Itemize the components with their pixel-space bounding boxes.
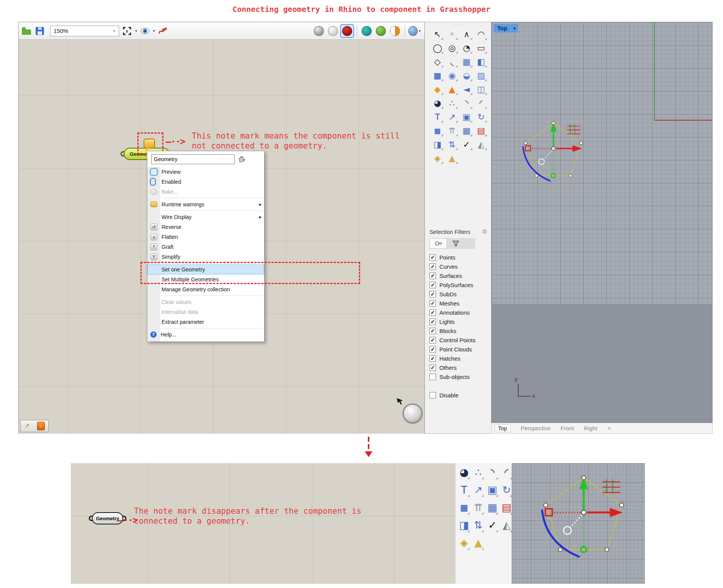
menu-item-reverse[interactable]: ↺Reverse — [147, 222, 264, 232]
solid-tools-icon[interactable]: ◼ — [430, 124, 445, 138]
canvas-flag-icon[interactable]: ↑ — [37, 422, 45, 430]
fillet-curve-icon[interactable]: ◟ — [445, 55, 459, 69]
menu-item-preview[interactable]: Preview — [147, 167, 264, 177]
primitives-icon[interactable]: ◭ — [474, 138, 488, 152]
checkbox-meshes[interactable]: ✓ — [429, 300, 436, 307]
check-icon[interactable]: ✓ — [485, 516, 499, 534]
grasshopper-canvas-bottom[interactable]: Geometry –··> The note mark disappears a… — [71, 463, 455, 584]
orient-icon[interactable]: ⇅ — [445, 138, 459, 152]
preview-mode-button[interactable] — [140, 26, 150, 36]
component-name-input[interactable] — [151, 154, 235, 164]
box-icon[interactable]: ■ — [430, 69, 445, 83]
copy-icon[interactable]: ▣ — [485, 481, 499, 498]
gumball-hand-icon[interactable]: ◈ — [430, 152, 445, 165]
ghosted-view-icon[interactable] — [327, 25, 339, 37]
checkbox-surfaces[interactable]: ✓ — [429, 273, 436, 279]
green-display-icon[interactable] — [375, 25, 387, 37]
arc-icon[interactable]: ◔ — [459, 41, 474, 55]
menu-item-manage-geometry-collection[interactable]: Manage Geometry collection — [147, 284, 264, 294]
tab-gumball-filter[interactable] — [429, 238, 447, 249]
curve-icon[interactable]: ◠ — [474, 28, 488, 41]
teal-display-icon[interactable] — [361, 25, 373, 37]
fold-surface-icon[interactable]: ◨ — [457, 516, 471, 534]
checkbox-subds[interactable]: ✓ — [429, 291, 436, 297]
checkbox-lights[interactable]: ✓ — [429, 318, 436, 325]
rhino-viewport-bottom[interactable] — [512, 463, 645, 584]
puzzle-icon[interactable]: ◆ — [430, 83, 445, 96]
split-icon[interactable]: ◫ — [474, 83, 488, 96]
ellipse-icon[interactable]: ◎ — [445, 41, 459, 55]
checkbox-hatches[interactable]: ✓ — [429, 355, 436, 362]
curved-surface-icon[interactable]: ◧ — [474, 55, 488, 69]
copy-icon[interactable]: ▣ — [459, 110, 474, 124]
grasshopper-canvas[interactable]: Geometry –··> This note mark means the c… — [19, 40, 424, 434]
vector-widget-icon[interactable]: ↗ — [24, 422, 29, 430]
menu-item-runtime-warnings[interactable]: Runtime warnings▶ — [147, 199, 264, 209]
menu-item-simplify[interactable]: YSimplify — [147, 252, 264, 262]
menu-item-help[interactable]: ?Help... — [147, 330, 264, 340]
surface-cp-icon[interactable]: ▦ — [459, 55, 474, 69]
checkbox-curves[interactable]: ✓ — [429, 263, 436, 270]
menu-item-graft[interactable]: ↑Graft — [147, 242, 264, 252]
boolean-icon[interactable]: ◕ — [457, 463, 471, 481]
boolean-icon[interactable]: ◕ — [430, 96, 445, 110]
polyline-icon[interactable]: ∧ — [459, 28, 474, 41]
checkbox-control-points[interactable]: ✓ — [429, 337, 436, 343]
viewport-title[interactable]: Top ▼ — [494, 24, 518, 33]
menu-item-flatten[interactable]: ↓Flatten — [147, 232, 264, 242]
shaded-view-icon[interactable] — [313, 25, 325, 37]
rectangle-icon[interactable]: ▭ — [474, 41, 488, 55]
selected-pentagon-geometry[interactable] — [509, 114, 598, 195]
grid-array-icon[interactable]: ▦ — [485, 498, 499, 516]
checkbox-annotations[interactable]: ✓ — [429, 309, 436, 316]
viewport-tab-right[interactable]: Right — [584, 425, 597, 431]
circle-icon[interactable]: ◯ — [430, 41, 445, 55]
chevron-down-icon[interactable]: ▾ — [135, 29, 137, 33]
viewport-title-label[interactable]: Top — [494, 24, 511, 33]
move-icon[interactable]: ↗ — [445, 110, 459, 124]
fillet-icon[interactable]: ◝ — [485, 463, 499, 481]
trim-icon[interactable]: ◄ — [459, 83, 474, 96]
zoom-level-select[interactable]: 150% ∨ — [50, 26, 119, 36]
gumball-hand-icon[interactable]: ◈ — [457, 534, 471, 551]
checkbox-polysurfaces[interactable]: ✓ — [429, 282, 436, 288]
rotate-icon[interactable]: ↻ — [474, 110, 488, 124]
fold-surface-icon[interactable]: ◨ — [430, 138, 445, 152]
canvas-compass-widget[interactable] — [403, 403, 423, 423]
solid-tools-icon[interactable]: ◼ — [457, 498, 471, 516]
checkbox-others[interactable]: ✓ — [429, 364, 436, 371]
selected-pentagon-geometry[interactable] — [522, 466, 645, 576]
half-shade-icon[interactable] — [389, 25, 401, 37]
chevron-down-icon[interactable]: ▾ — [153, 29, 155, 33]
checkbox-blocks[interactable]: ✓ — [429, 328, 436, 334]
patch-icon[interactable]: ▨ — [474, 69, 488, 83]
checkbox-sub-objects[interactable] — [429, 374, 436, 380]
array-icon[interactable]: ⇈ — [471, 498, 485, 516]
explode-icon[interactable]: ▲ — [445, 83, 459, 96]
viewport-tab-front[interactable]: Front — [561, 425, 574, 431]
rhino-viewport-top[interactable]: Top ▼ y x — [491, 22, 713, 423]
check-icon[interactable]: ✓ — [459, 138, 474, 152]
text-icon[interactable]: T — [457, 481, 471, 498]
viewport-tab-perspective[interactable]: Perspective — [521, 425, 550, 431]
move-icon[interactable]: ↗ — [471, 481, 485, 498]
checkbox-point-clouds[interactable]: ✓ — [429, 346, 436, 353]
scale-1d-icon[interactable]: ▤ — [474, 124, 488, 138]
zoom-extents-button[interactable]: x — [122, 26, 132, 36]
text-icon[interactable]: T — [430, 110, 445, 124]
revolve-icon[interactable]: ◒ — [459, 69, 474, 83]
save-file-button[interactable] — [34, 26, 45, 36]
open-file-button[interactable] — [21, 26, 32, 36]
chevron-down-icon[interactable]: ▾ — [419, 29, 421, 33]
sketch-tool-button[interactable] — [158, 26, 168, 36]
new-viewport-button[interactable]: + — [607, 425, 611, 432]
grid-array-icon[interactable]: ▦ — [459, 124, 474, 138]
paint-bucket-icon[interactable] — [238, 155, 246, 163]
array-icon[interactable]: ⇈ — [445, 124, 459, 138]
menu-item-enabled[interactable]: Enabled — [147, 177, 264, 187]
chevron-down-icon[interactable]: ▼ — [511, 24, 518, 33]
point-set-icon[interactable]: ∴ — [445, 96, 459, 110]
rendered-view-icon[interactable] — [341, 25, 353, 37]
orient-icon[interactable]: ⇅ — [471, 516, 485, 534]
pyramid-icon[interactable]: ▲ — [471, 534, 485, 551]
